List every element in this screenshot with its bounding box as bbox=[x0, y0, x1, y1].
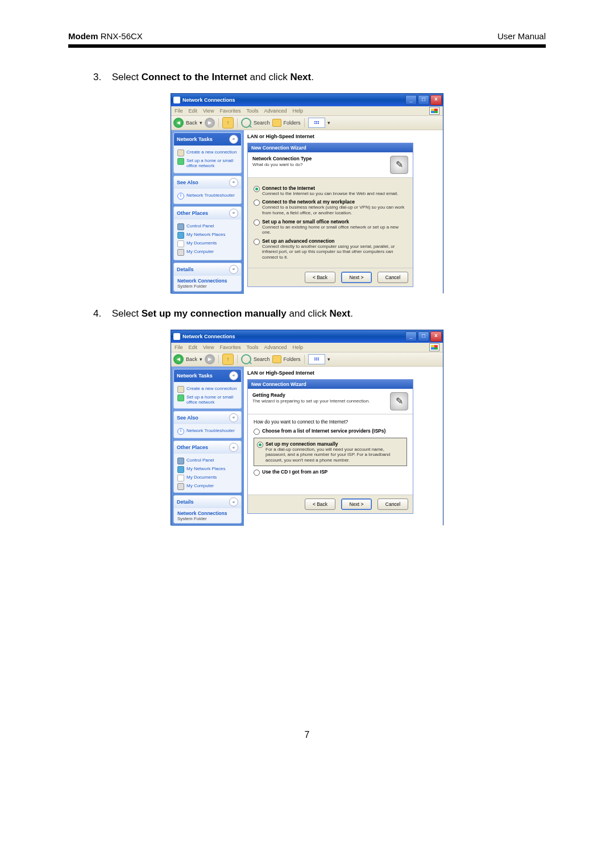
menu-help[interactable]: Help bbox=[292, 344, 303, 350]
search-button[interactable]: Search bbox=[254, 356, 270, 362]
link-my-documents[interactable]: My Documents bbox=[177, 475, 238, 481]
folders-icon bbox=[272, 119, 281, 127]
maximize-button[interactable]: □ bbox=[418, 331, 429, 342]
wizard-title: New Connection Wizard bbox=[248, 143, 413, 152]
option-use-cd[interactable]: Use the CD I got from an ISP bbox=[254, 469, 407, 476]
maximize-button[interactable]: □ bbox=[418, 95, 429, 105]
option-workplace[interactable]: Connect to the network at my workplaceCo… bbox=[254, 199, 407, 215]
window-title: Network Connections bbox=[182, 334, 235, 339]
menu-view[interactable]: View bbox=[203, 344, 214, 350]
folders-button[interactable]: Folders bbox=[284, 120, 301, 126]
option-manual[interactable]: Set up my connection manuallyFor a dial-… bbox=[257, 441, 404, 463]
menu-tools[interactable]: Tools bbox=[246, 108, 258, 114]
folders-button[interactable]: Folders bbox=[284, 356, 301, 362]
option-home-network[interactable]: Set up a home or small office networkCon… bbox=[254, 219, 407, 235]
back-button[interactable]: < Back bbox=[305, 272, 335, 283]
menu-advanced[interactable]: Advanced bbox=[264, 108, 287, 114]
close-button[interactable]: × bbox=[430, 95, 442, 105]
page: Modem RNX-56CX User Manual 3. Select Con… bbox=[0, 0, 614, 868]
back-button[interactable]: ◄ bbox=[173, 118, 184, 128]
panel-header-tasks[interactable]: Network Tasks« bbox=[174, 133, 241, 146]
close-button[interactable]: × bbox=[430, 331, 442, 342]
panel-network-tasks: Network Tasks« Create a new connection S… bbox=[173, 369, 242, 409]
link-create-connection[interactable]: Create a new connection bbox=[177, 149, 238, 156]
back-label: Back bbox=[186, 120, 197, 126]
cancel-button[interactable]: Cancel bbox=[377, 499, 408, 510]
link-setup-home-network[interactable]: Set up a home or small office network bbox=[177, 394, 238, 405]
panel-header-tasks[interactable]: Network Tasks« bbox=[174, 369, 241, 382]
menu-view[interactable]: View bbox=[203, 108, 214, 114]
link-troubleshooter[interactable]: Network Troubleshooter bbox=[177, 193, 238, 200]
panel-header-see-also[interactable]: See Also« bbox=[174, 412, 241, 424]
wizard-getting-ready: New Connection Wizard Getting ReadyThe w… bbox=[247, 379, 413, 514]
page-number: 7 bbox=[68, 730, 546, 740]
window-buttons: _ □ × bbox=[405, 95, 442, 105]
chevron-up-icon: « bbox=[229, 209, 238, 218]
panel-details: Details« Network Connections System Fold… bbox=[173, 263, 242, 292]
menu-file[interactable]: File bbox=[175, 108, 183, 114]
option-connect-internet[interactable]: Connect to the InternetConnect to the In… bbox=[254, 185, 407, 197]
panel-header-details[interactable]: Details« bbox=[174, 263, 241, 276]
link-control-panel[interactable]: Control Panel bbox=[177, 223, 238, 230]
next-button[interactable]: Next > bbox=[341, 272, 372, 283]
link-my-network-places[interactable]: My Network Places bbox=[177, 466, 238, 473]
up-button[interactable] bbox=[222, 354, 234, 365]
next-button[interactable]: Next > bbox=[341, 499, 372, 510]
back-dropdown-icon[interactable]: ▾ bbox=[200, 356, 202, 362]
link-my-computer[interactable]: My Computer bbox=[177, 249, 238, 256]
radio-icon bbox=[254, 429, 260, 435]
panel-header-see-also[interactable]: See Also« bbox=[174, 176, 241, 189]
search-button[interactable]: Search bbox=[254, 120, 270, 126]
panel-header-details[interactable]: Details« bbox=[174, 496, 241, 508]
folders-icon bbox=[272, 355, 281, 363]
views-button[interactable] bbox=[308, 354, 325, 364]
minimize-button[interactable]: _ bbox=[405, 331, 417, 342]
back-button[interactable]: ◄ bbox=[173, 354, 184, 364]
link-my-network-places[interactable]: My Network Places bbox=[177, 232, 238, 239]
menu-help[interactable]: Help bbox=[292, 108, 303, 114]
link-my-computer[interactable]: My Computer bbox=[177, 483, 238, 490]
back-button[interactable]: < Back bbox=[305, 499, 335, 510]
up-button[interactable] bbox=[222, 117, 234, 128]
panel-header-other[interactable]: Other Places« bbox=[174, 207, 241, 219]
link-setup-home-network[interactable]: Set up a home or small office network bbox=[177, 158, 238, 169]
document-icon bbox=[177, 240, 184, 247]
link-troubleshooter[interactable]: Network Troubleshooter bbox=[177, 428, 238, 435]
link-create-connection[interactable]: Create a new connection bbox=[177, 386, 238, 393]
link-control-panel[interactable]: Control Panel bbox=[177, 458, 238, 464]
panel-details: Details« Network Connections System Fold… bbox=[173, 495, 242, 523]
views-button[interactable] bbox=[308, 118, 325, 128]
option-advanced[interactable]: Set up an advanced connectionConnect dir… bbox=[254, 238, 407, 260]
views-dropdown-icon[interactable]: ▾ bbox=[327, 120, 330, 126]
back-dropdown-icon[interactable]: ▾ bbox=[200, 120, 202, 126]
panel-other-places: Other Places« Control Panel My Network P… bbox=[173, 206, 242, 260]
minimize-button[interactable]: _ bbox=[405, 95, 417, 105]
radio-icon bbox=[254, 239, 260, 245]
search-icon bbox=[241, 118, 251, 128]
control-panel-icon bbox=[177, 223, 184, 230]
sidebar: Network Tasks« Create a new connection S… bbox=[171, 367, 244, 526]
wizard-title: New Connection Wizard bbox=[248, 380, 413, 389]
header-model: Modem RNX-56CX bbox=[68, 31, 143, 41]
views-dropdown-icon[interactable]: ▾ bbox=[327, 356, 330, 362]
panel-see-also: See Also« Network Troubleshooter bbox=[173, 411, 242, 438]
chevron-up-icon: « bbox=[229, 135, 238, 144]
computer-icon bbox=[177, 249, 184, 256]
menu-file[interactable]: File bbox=[175, 344, 183, 350]
forward-button[interactable]: ► bbox=[205, 354, 215, 364]
menu-favorites[interactable]: Favorites bbox=[219, 344, 240, 350]
menu-favorites[interactable]: Favorites bbox=[219, 108, 240, 114]
option-isp-list[interactable]: Choose from a list of Internet service p… bbox=[254, 428, 407, 435]
wizard-header: Network Connection TypeWhat do you want … bbox=[248, 152, 413, 178]
menu-advanced[interactable]: Advanced bbox=[264, 344, 287, 350]
panel-header-other[interactable]: Other Places« bbox=[174, 441, 241, 454]
details-title: Network Connections bbox=[177, 510, 238, 516]
menu-edit[interactable]: Edit bbox=[189, 108, 198, 114]
link-my-documents[interactable]: My Documents bbox=[177, 240, 238, 247]
cancel-button[interactable]: Cancel bbox=[377, 272, 408, 283]
forward-button[interactable]: ► bbox=[205, 118, 215, 128]
menu-edit[interactable]: Edit bbox=[189, 344, 198, 350]
window-buttons: _ □ × bbox=[405, 331, 442, 342]
menu-tools[interactable]: Tools bbox=[246, 344, 258, 350]
panel-other-places: Other Places« Control Panel My Network P… bbox=[173, 441, 242, 493]
